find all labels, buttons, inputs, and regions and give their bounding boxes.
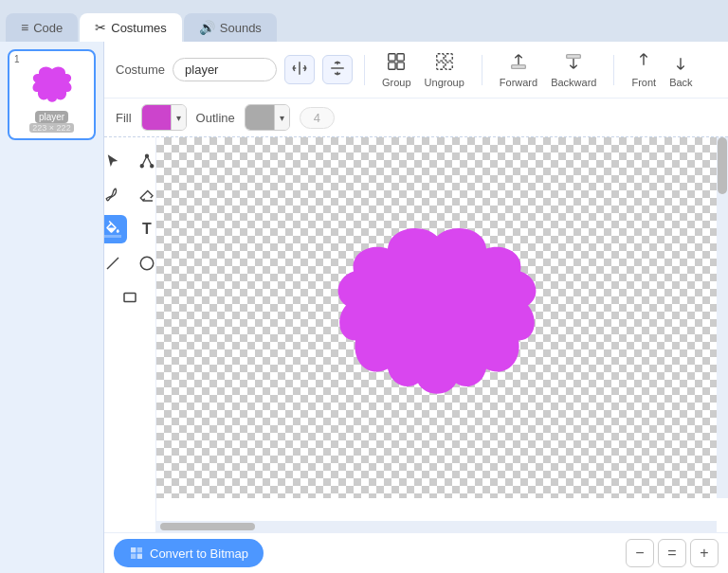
front-button[interactable]: Front xyxy=(626,49,662,90)
tool-row-3: T xyxy=(104,215,161,243)
canvas-background xyxy=(156,137,717,498)
tab-sounds[interactable]: 🔊 Sounds xyxy=(184,13,277,42)
code-icon: ≡ xyxy=(21,20,28,35)
back-icon xyxy=(670,51,691,76)
toolbar-top: Costume xyxy=(104,42,728,98)
tab-sounds-label: Sounds xyxy=(220,21,262,35)
costumes-icon: ✂ xyxy=(95,20,106,35)
ungroup-button[interactable]: Ungroup xyxy=(419,49,470,90)
outline-color-button[interactable]: ▾ xyxy=(245,104,290,131)
svg-rect-3 xyxy=(397,63,404,69)
svg-rect-2 xyxy=(389,63,395,69)
line-tool-button[interactable] xyxy=(104,249,127,278)
rect-tool-button[interactable] xyxy=(116,283,144,312)
group-button[interactable]: Group xyxy=(376,49,417,90)
tools-panel: T xyxy=(104,137,156,532)
group-icon xyxy=(386,51,407,76)
tab-code-label: Code xyxy=(33,21,63,35)
canvas-scrollbar-v-thumb[interactable] xyxy=(718,137,727,194)
svg-rect-1 xyxy=(397,54,404,61)
bitmap-icon xyxy=(129,546,144,561)
back-button[interactable]: Back xyxy=(664,49,698,90)
svg-point-14 xyxy=(140,257,154,270)
canvas-tools-area: T xyxy=(104,137,728,532)
svg-rect-5 xyxy=(446,54,452,61)
tab-code[interactable]: ≡ Code xyxy=(6,13,78,42)
main-area: 1 player 223 × 222 Costume xyxy=(0,42,728,573)
back-label: Back xyxy=(669,77,692,88)
group-label: Group xyxy=(382,77,411,88)
ungroup-label: Ungroup xyxy=(425,77,464,88)
svg-rect-7 xyxy=(446,63,452,69)
front-icon xyxy=(633,51,654,76)
front-label: Front xyxy=(631,77,656,88)
canvas-scrollbar-horizontal[interactable] xyxy=(156,521,717,532)
costume-item[interactable]: 1 player 223 × 222 xyxy=(8,49,96,140)
backward-icon xyxy=(563,51,584,76)
zoom-controls: − = + xyxy=(626,539,719,567)
zoom-out-icon: − xyxy=(635,545,644,562)
svg-rect-16 xyxy=(131,547,136,552)
canvas-area[interactable] xyxy=(156,137,728,532)
sounds-icon: 🔊 xyxy=(199,20,215,35)
ungroup-icon xyxy=(434,51,455,76)
flip-horizontal-button[interactable] xyxy=(284,55,315,84)
tool-row-5 xyxy=(116,283,144,312)
svg-point-10 xyxy=(146,154,149,157)
editor-area: Costume xyxy=(104,42,728,573)
backward-label: Backward xyxy=(551,77,596,88)
forward-icon xyxy=(508,51,529,76)
svg-line-13 xyxy=(107,258,118,269)
zoom-in-button[interactable]: + xyxy=(690,539,719,567)
costume-sidebar: 1 player 223 × 222 xyxy=(0,42,104,573)
forward-button[interactable]: Forward xyxy=(494,49,543,90)
outline-value: 4 xyxy=(300,107,335,129)
tab-costumes-label: Costumes xyxy=(111,21,167,35)
zoom-in-icon: + xyxy=(700,545,708,562)
fill-label: Fill xyxy=(116,111,132,125)
zoom-reset-button[interactable]: = xyxy=(658,539,686,567)
zoom-reset-icon: = xyxy=(667,545,676,562)
fill-color-swatch xyxy=(142,105,171,130)
zoom-out-button[interactable]: − xyxy=(626,539,654,567)
canvas-scrollbar-vertical[interactable] xyxy=(717,137,728,498)
fill-dropdown-arrow: ▾ xyxy=(171,105,186,130)
convert-btn-label: Convert to Bitmap xyxy=(150,546,248,561)
outline-label: Outline xyxy=(196,111,235,125)
bottom-bar: Convert to Bitmap − = + xyxy=(104,532,728,573)
arrange-group: Group Ungroup xyxy=(376,49,470,90)
canvas-scrollbar-h-thumb[interactable] xyxy=(160,523,255,530)
fill-row: Fill ▾ Outline ▾ 4 xyxy=(104,98,728,137)
forward-label: Forward xyxy=(500,77,537,88)
fill-tool-button[interactable] xyxy=(104,215,127,243)
tab-costumes[interactable]: ✂ Costumes xyxy=(80,13,182,42)
svg-rect-6 xyxy=(436,63,443,69)
costume-size-label: 223 × 222 xyxy=(29,123,73,133)
costume-name-label: player xyxy=(35,111,68,123)
outline-color-swatch xyxy=(246,105,274,130)
convert-to-bitmap-button[interactable]: Convert to Bitmap xyxy=(114,539,264,567)
svg-point-11 xyxy=(140,165,143,168)
select-tool-button[interactable] xyxy=(104,147,127,175)
separator-1 xyxy=(364,55,365,85)
brush-tool-button[interactable] xyxy=(104,181,127,209)
svg-rect-4 xyxy=(436,54,443,61)
backward-button[interactable]: Backward xyxy=(545,49,602,90)
flip-vertical-button[interactable] xyxy=(322,55,353,84)
svg-rect-0 xyxy=(389,54,395,61)
separator-3 xyxy=(613,55,614,85)
text-tool-icon: T xyxy=(142,221,152,238)
svg-rect-19 xyxy=(137,554,142,559)
costume-number: 1 xyxy=(14,54,20,64)
svg-point-12 xyxy=(151,165,154,168)
costume-name-input[interactable] xyxy=(173,58,277,81)
svg-rect-9 xyxy=(567,55,581,59)
svg-rect-18 xyxy=(131,554,136,559)
tool-row-4 xyxy=(104,249,161,278)
costume-label: Costume xyxy=(116,63,165,77)
tool-row-2 xyxy=(104,181,161,209)
svg-rect-17 xyxy=(137,547,142,552)
svg-rect-15 xyxy=(124,294,136,302)
fill-color-button[interactable]: ▾ xyxy=(141,104,187,131)
layer-group: Forward Backward xyxy=(494,49,603,90)
